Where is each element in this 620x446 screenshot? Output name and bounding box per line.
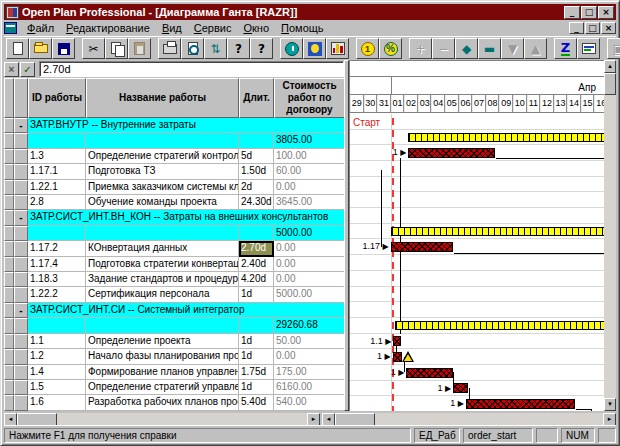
cell-duration[interactable] xyxy=(239,226,274,241)
cell-duration[interactable]: 1d xyxy=(239,380,274,395)
cell-id[interactable] xyxy=(28,318,86,333)
menu-окно[interactable]: Окно xyxy=(237,22,275,34)
activity-bar[interactable] xyxy=(408,148,495,158)
cell-duration[interactable]: 1d xyxy=(239,334,274,349)
cell-cost-total[interactable]: 3805.00 xyxy=(274,133,344,148)
cost-button[interactable]: 1 xyxy=(356,38,379,59)
cell-name[interactable]: Подготовка стратегии конвертации xyxy=(86,257,239,272)
cell-edit-input[interactable] xyxy=(39,61,344,77)
col-header-duration[interactable]: Длит. xyxy=(239,78,274,118)
help-button[interactable]: ? xyxy=(227,38,250,59)
row-selector[interactable] xyxy=(4,395,14,410)
summary-bar[interactable] xyxy=(408,133,608,142)
group-label[interactable]: ЗАТР.СИСТ_ИНТ.ВН_КОН -- Затраты на внешн… xyxy=(28,210,344,225)
cell-cost-total[interactable]: 29260.68 xyxy=(274,318,344,333)
save-document-button[interactable] xyxy=(52,38,75,59)
cell-name[interactable]: Задание стандартов и процедур по д xyxy=(86,272,239,287)
cell-id[interactable]: 1.18.3 xyxy=(28,272,86,287)
cell-name[interactable]: КОнвертация данных xyxy=(86,241,239,256)
cell-name[interactable] xyxy=(86,226,239,241)
child-restore-button[interactable]: □ xyxy=(585,22,600,34)
app-icon[interactable] xyxy=(6,6,19,19)
activity-bar[interactable] xyxy=(406,368,452,378)
row-selector[interactable] xyxy=(4,241,14,256)
document-icon[interactable] xyxy=(4,22,17,34)
menu-помощь[interactable]: Помощь xyxy=(275,22,330,34)
close-button[interactable]: × xyxy=(598,6,614,19)
cell-duration[interactable]: 24.30d xyxy=(239,195,274,210)
milestone-icon[interactable] xyxy=(402,351,414,362)
gantt-view-button[interactable]: Z xyxy=(554,38,577,59)
cell-name[interactable] xyxy=(86,133,239,148)
cell-id[interactable]: 1.3 xyxy=(28,149,86,164)
cell-cost[interactable]: 100.00 xyxy=(274,149,344,164)
cell-duration[interactable]: 2.40d xyxy=(239,257,274,272)
scroll-down-button[interactable]: ▾ xyxy=(604,398,616,411)
row-selector[interactable] xyxy=(4,164,14,179)
cell-id[interactable]: 1.2 xyxy=(28,349,86,364)
cell-id[interactable]: 1.22.2 xyxy=(28,287,86,302)
copy-button[interactable] xyxy=(105,38,128,59)
cell-id[interactable] xyxy=(28,133,86,148)
cell-cost[interactable]: 6160.00 xyxy=(274,380,344,395)
new-document-button[interactable] xyxy=(6,38,29,59)
scroll-up-button[interactable]: ▴ xyxy=(604,60,616,73)
resource-analysis-button[interactable] xyxy=(303,38,326,59)
row-selector[interactable] xyxy=(4,334,14,349)
activity-bar[interactable] xyxy=(466,399,575,409)
col-header-id[interactable]: ID работы xyxy=(28,78,86,118)
cell-cost[interactable]: 0.00 xyxy=(274,349,344,364)
cell-name[interactable] xyxy=(86,318,239,333)
context-help-button[interactable]: ? xyxy=(250,38,273,59)
edit-confirm-button[interactable]: ✓ xyxy=(20,62,35,77)
cell-id[interactable]: 1.22.1 xyxy=(28,180,86,195)
cell-name[interactable]: Определение стратегий управления р xyxy=(86,380,239,395)
cell-id[interactable]: 1.1 xyxy=(28,334,86,349)
row-selector[interactable] xyxy=(4,380,14,395)
histogram-button[interactable] xyxy=(326,38,349,59)
cell-id[interactable]: 1.4 xyxy=(28,365,86,380)
cell-name[interactable]: Формирование планов управления xyxy=(86,365,239,380)
row-selector[interactable] xyxy=(4,303,14,318)
open-document-button[interactable] xyxy=(29,38,52,59)
cell-cost[interactable]: 540.00 xyxy=(274,395,344,410)
cell-name[interactable]: Приемка заказчиком системы клиенто xyxy=(86,180,239,195)
cell-cost-total[interactable]: 5000.00 xyxy=(274,226,344,241)
sort-button[interactable]: ⇅ xyxy=(204,38,227,59)
summary-bar[interactable] xyxy=(395,321,608,330)
child-close-button[interactable]: × xyxy=(601,22,616,34)
summary-bar[interactable] xyxy=(391,227,608,236)
cell-id[interactable]: 2.8 xyxy=(28,195,86,210)
activity-bar[interactable] xyxy=(393,336,400,346)
cell-duration[interactable]: 1.50d xyxy=(239,164,274,179)
cell-cost[interactable]: 60.00 xyxy=(274,164,344,179)
cell-duration[interactable]: 2d xyxy=(239,180,274,195)
spreadsheet-view-button[interactable] xyxy=(577,38,600,59)
cell-cost[interactable]: 3645.00 xyxy=(274,195,344,210)
vertical-scroll-thumb[interactable] xyxy=(604,73,616,95)
row-selector[interactable] xyxy=(4,318,14,333)
row-selector[interactable] xyxy=(4,349,14,364)
row-selector[interactable] xyxy=(4,226,14,241)
row-selector[interactable] xyxy=(4,257,14,272)
cell-duration[interactable]: 1.75d xyxy=(239,365,274,380)
child-minimize-button[interactable]: _ xyxy=(569,22,584,34)
edit-cancel-button[interactable]: × xyxy=(4,62,19,77)
restore-button[interactable]: □ xyxy=(581,6,597,19)
cell-duration[interactable]: 5d xyxy=(239,149,274,164)
cell-id[interactable]: 1.6 xyxy=(28,395,86,410)
group-label[interactable]: ЗАТР.СИСТ_ИНТ.СИ -- Системный интегратор xyxy=(28,303,344,318)
cell-id[interactable]: 1.17.4 xyxy=(28,257,86,272)
cell-duration[interactable]: 1d xyxy=(239,349,274,364)
cell-cost[interactable]: 0.00 xyxy=(274,180,344,195)
row-selector[interactable] xyxy=(4,133,14,148)
menu-вид[interactable]: Вид xyxy=(156,22,188,34)
cell-id[interactable]: 1.17.2 xyxy=(28,241,86,256)
cell-cost[interactable]: 0.00 xyxy=(274,241,344,256)
cell-duration[interactable]: 5.40d xyxy=(239,395,274,410)
cell-duration-selected[interactable]: 2.70d xyxy=(239,241,274,256)
cell-id[interactable] xyxy=(28,226,86,241)
cell-name[interactable]: Подготовка ТЗ xyxy=(86,164,239,179)
percent-complete-button[interactable]: % xyxy=(379,38,402,59)
cell-name[interactable]: Определение проекта xyxy=(86,334,239,349)
